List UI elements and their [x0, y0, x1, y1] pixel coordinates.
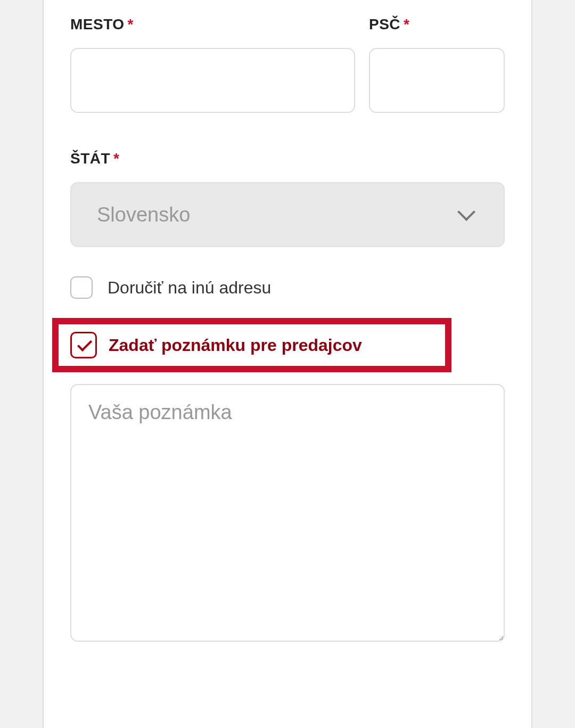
note-textarea[interactable] [70, 384, 505, 642]
required-marker: * [128, 16, 134, 33]
checkmark-icon [77, 337, 92, 351]
different-address-label[interactable]: Doručiť na inú adresu [108, 278, 271, 298]
zip-field-group: PSČ * [369, 16, 505, 113]
state-label-text: ŠTÁT [70, 150, 110, 167]
required-marker: * [404, 16, 409, 33]
state-label: ŠTÁT * [70, 150, 505, 167]
seller-note-highlight: Zadať poznámku pre predajcov [52, 318, 451, 372]
zip-label-text: PSČ [369, 16, 400, 33]
zip-input[interactable] [369, 48, 505, 113]
city-zip-row: MESTO * PSČ * [70, 16, 505, 113]
city-field-group: MESTO * [70, 16, 355, 113]
seller-note-checkbox[interactable] [70, 332, 97, 358]
different-address-checkbox[interactable] [70, 276, 93, 299]
city-label: MESTO * [70, 16, 355, 33]
state-selected-value: Slovensko [97, 203, 460, 226]
chevron-down-icon [457, 203, 475, 221]
different-address-row: Doručiť na inú adresu [70, 276, 505, 299]
zip-label: PSČ * [369, 16, 505, 33]
form-panel: MESTO * PSČ * ŠTÁT * Slovensko Doručiť n… [43, 0, 532, 728]
required-marker: * [113, 150, 119, 167]
seller-note-label[interactable]: Zadať poznámku pre predajcov [109, 336, 362, 355]
state-select[interactable]: Slovensko [70, 182, 505, 247]
state-field-group: ŠTÁT * Slovensko [70, 150, 505, 247]
city-input[interactable] [70, 48, 355, 113]
city-label-text: MESTO [70, 16, 125, 33]
